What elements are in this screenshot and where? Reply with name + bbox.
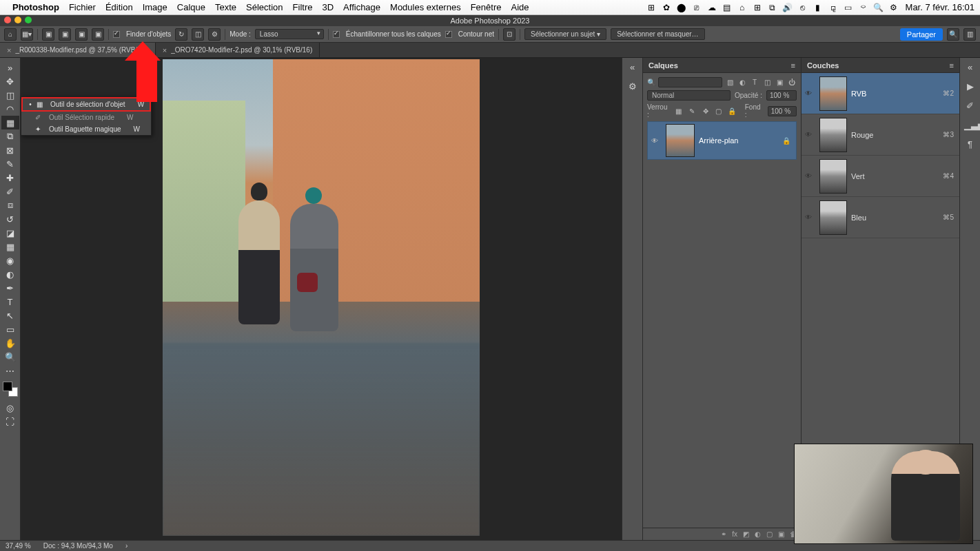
menubar-extra-icon[interactable]: ▤ <box>721 3 733 12</box>
blend-mode-dropdown[interactable]: Normal <box>647 90 731 101</box>
menu-calque[interactable]: Calque <box>177 2 205 12</box>
share-button[interactable]: Partager <box>900 28 943 41</box>
expand-tools-icon[interactable]: » <box>1 61 19 74</box>
selection-subtract-icon[interactable]: ▣ <box>75 28 88 41</box>
document-canvas[interactable] <box>163 59 480 536</box>
hand-tool-icon[interactable]: ✋ <box>1 336 19 350</box>
menu-image[interactable]: Image <box>143 2 167 12</box>
close-window-button[interactable] <box>4 17 11 23</box>
refresh-icon[interactable]: ↻ <box>175 28 187 41</box>
visibility-eye-icon[interactable]: 👁 <box>802 131 815 138</box>
eraser-tool-icon[interactable]: ◪ <box>1 226 19 240</box>
lock-artboard-icon[interactable]: ▢ <box>714 106 723 116</box>
edit-toolbar-icon[interactable]: ⋯ <box>1 364 19 377</box>
type-tool-icon[interactable]: T <box>1 295 19 309</box>
blur-tool-icon[interactable]: ◉ <box>1 253 19 267</box>
spotlight-icon[interactable]: 🔍 <box>872 3 885 12</box>
eyedropper-tool-icon[interactable]: ✎ <box>1 157 19 171</box>
flyout-item-magic-wand[interactable]: ✦ Outil Baguette magique W <box>21 123 151 135</box>
visibility-eye-icon[interactable]: 👁 <box>648 137 662 145</box>
link-layers-icon[interactable]: ⚭ <box>721 530 726 538</box>
layer-name[interactable]: Arrière-plan <box>699 136 782 145</box>
maximize-window-button[interactable] <box>25 17 32 23</box>
selection-intersect-icon[interactable]: ▣ <box>92 28 104 41</box>
menu-edition[interactable]: Édition <box>105 2 133 12</box>
menu-fenetre[interactable]: Fenêtre <box>471 2 502 12</box>
zoom-tool-icon[interactable]: 🔍 <box>1 350 19 364</box>
overlay-icon[interactable]: ◫ <box>192 28 204 41</box>
clone-tool-icon[interactable]: ⧈ <box>1 198 19 212</box>
visibility-eye-icon[interactable]: 👁 <box>802 214 815 221</box>
gradient-tool-icon[interactable]: ▦ <box>1 240 19 253</box>
menubar-extra-icon[interactable]: ⧉ <box>766 3 779 12</box>
channel-row[interactable]: 👁 Rouge ⌘3 <box>802 114 959 156</box>
menubar-extra-icon[interactable]: ⎋ <box>797 3 809 12</box>
fill-input[interactable]: 100 % <box>768 106 797 116</box>
menu-selection[interactable]: Sélection <box>246 2 283 12</box>
channel-row[interactable]: 👁 Vert ⌘4 <box>802 156 959 197</box>
mode-dropdown[interactable]: Lasso <box>255 29 324 39</box>
home-icon[interactable]: ⌂ <box>4 28 17 41</box>
lock-transparent-icon[interactable]: ▦ <box>674 106 683 116</box>
path-tool-icon[interactable]: ↖ <box>1 309 19 322</box>
frame-tool-icon[interactable]: ⊠ <box>1 143 19 157</box>
dodge-tool-icon[interactable]: ◐ <box>1 267 19 281</box>
filter-image-icon[interactable]: ▧ <box>725 78 735 87</box>
lock-all-icon[interactable]: 🔒 <box>727 106 736 116</box>
menu-filtre[interactable]: Filtre <box>293 2 313 12</box>
tool-preset-icon[interactable]: ▦▾ <box>21 28 33 41</box>
search-icon[interactable]: 🔍 <box>947 28 959 41</box>
app-name[interactable]: Photoshop <box>12 2 59 12</box>
filter-adjust-icon[interactable]: ◐ <box>737 78 747 87</box>
workspace-icon[interactable]: ▥ <box>963 28 976 41</box>
layer-row[interactable]: 👁 Arrière-plan 🔒 <box>647 121 797 160</box>
panel-menu-icon[interactable]: ≡ <box>791 61 795 70</box>
pen-tool-icon[interactable]: ✒ <box>1 281 19 295</box>
close-tab-icon[interactable]: × <box>163 46 167 54</box>
selection-new-icon[interactable]: ▣ <box>42 28 54 41</box>
layer-mask-icon[interactable]: ◩ <box>743 530 749 538</box>
lock-icon[interactable]: 🔒 <box>782 137 790 145</box>
menu-3d[interactable]: 3D <box>322 2 334 12</box>
visibility-eye-icon[interactable]: 👁 <box>802 172 815 180</box>
control-center-icon[interactable]: ⚙ <box>888 3 900 12</box>
filter-smart-icon[interactable]: ▣ <box>775 78 784 87</box>
menu-texte[interactable]: Texte <box>215 2 236 12</box>
menubar-extra-icon[interactable]: ⬤ <box>675 3 688 12</box>
adjustment-layer-icon[interactable]: ◐ <box>755 530 761 538</box>
move-tool-icon[interactable]: ✥ <box>1 74 19 88</box>
shape-tool-icon[interactable]: ▭ <box>1 322 19 336</box>
brush-settings-icon[interactable]: ✐ <box>964 101 977 113</box>
channel-row[interactable]: 👁 Bleu ⌘5 <box>802 197 959 238</box>
zoom-level[interactable]: 37,49 % <box>6 542 31 550</box>
layer-filter-input[interactable] <box>658 77 722 87</box>
lasso-tool-icon[interactable]: ◠ <box>1 102 19 116</box>
select-mask-button[interactable]: Sélectionner et masquer… <box>611 28 704 40</box>
menu-modules-externes[interactable]: Modules externes <box>390 2 461 12</box>
hard-edge-checkbox[interactable] <box>445 31 452 38</box>
foreground-color-swatch[interactable] <box>3 382 12 391</box>
menubar-clock[interactable]: Mar. 7 févr. 16:01 <box>906 2 974 12</box>
volume-icon[interactable]: 🔊 <box>782 3 794 12</box>
screenmode-icon[interactable]: ⛶ <box>1 415 19 428</box>
menu-aide[interactable]: Aide <box>511 2 529 12</box>
layers-tab[interactable]: Calques <box>649 61 678 70</box>
select-subject-button[interactable]: Sélectionner un sujet ▾ <box>524 28 606 40</box>
sample-all-checkbox[interactable] <box>333 31 340 38</box>
menubar-extra-icon[interactable]: ⎚ <box>691 3 703 12</box>
paragraph-icon[interactable]: ¶ <box>964 139 977 152</box>
layer-fx-icon[interactable]: fx <box>732 530 737 538</box>
marquee-tool-icon[interactable]: ◫ <box>1 88 19 102</box>
option-icon[interactable]: ⊡ <box>503 28 515 41</box>
channel-row[interactable]: 👁 RVB ⌘2 <box>802 73 959 114</box>
color-swatches[interactable] <box>3 382 18 397</box>
status-chevron-icon[interactable]: › <box>125 542 127 550</box>
menubar-extra-icon[interactable]: ⊞ <box>751 3 764 12</box>
gear-icon[interactable]: ⚙ <box>208 28 221 41</box>
group-icon[interactable]: ▢ <box>766 530 773 538</box>
layer-thumbnail[interactable] <box>666 124 695 157</box>
channels-tab[interactable]: Couches <box>807 61 839 70</box>
filter-toggle-icon[interactable]: ⏻ <box>787 78 797 87</box>
object-selection-tool-icon[interactable]: ▦ <box>1 116 19 129</box>
adjustments-icon[interactable]: ⚙ <box>626 81 639 94</box>
